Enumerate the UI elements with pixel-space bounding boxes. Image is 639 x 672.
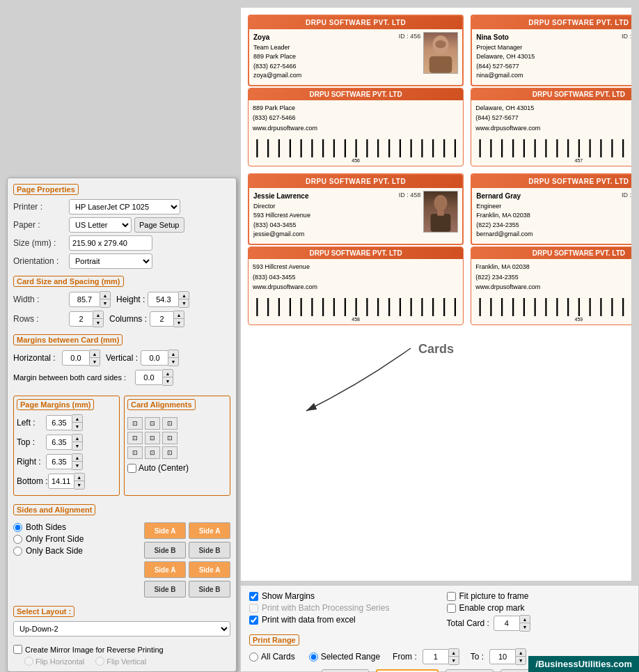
align-bot-left[interactable]: ⊡: [127, 446, 143, 459]
to-input[interactable]: [489, 649, 516, 664]
flip-v-radio[interactable]: [95, 657, 104, 666]
bottom-down[interactable]: ▼: [74, 481, 84, 489]
card-back-body-4: Franklin, MA 02038 (822) 234-2355 www.dr…: [471, 259, 632, 295]
card-back-addr-1: 889 Park Place: [253, 103, 459, 113]
rows-up[interactable]: ▲: [93, 311, 103, 319]
total-card-up[interactable]: ▲: [520, 616, 530, 623]
side-a-btn-2[interactable]: Side A: [189, 522, 230, 539]
orientation-select[interactable]: Portrait: [69, 253, 152, 269]
show-margins-checkbox[interactable]: [249, 592, 258, 601]
side-b-btn-4[interactable]: Side B: [189, 581, 230, 597]
side-b-btn-3[interactable]: Side B: [144, 581, 186, 597]
bottom-margin-input[interactable]: [48, 474, 74, 489]
to-up[interactable]: ▲: [516, 649, 526, 657]
align-top-center[interactable]: ⊡: [145, 417, 160, 430]
margin-both-input[interactable]: [135, 370, 163, 385]
to-down[interactable]: ▼: [516, 657, 526, 664]
height-label: Height :: [116, 295, 145, 304]
left-margin-row: Left : ▲ ▼: [17, 414, 116, 431]
height-input[interactable]: [148, 292, 179, 307]
align-mid-right[interactable]: ⊡: [162, 432, 178, 444]
total-card-down[interactable]: ▼: [520, 623, 530, 631]
margin-both-label: Margin between both card sides :: [13, 373, 135, 382]
back-side-row: Only Back Side: [13, 546, 139, 556]
align-top-right[interactable]: ⊡: [162, 417, 178, 430]
size-input[interactable]: [69, 235, 152, 251]
align-bot-right[interactable]: ⊡: [162, 446, 178, 459]
margin-both-down[interactable]: ▼: [163, 377, 173, 385]
horiz-up[interactable]: ▲: [90, 350, 100, 358]
align-top-left[interactable]: ⊡: [127, 417, 143, 430]
right-margin-input[interactable]: [46, 454, 72, 469]
from-up[interactable]: ▲: [449, 649, 459, 657]
rows-input[interactable]: [69, 311, 93, 327]
print-batch-row: Print with Batch Processing Series: [249, 603, 433, 613]
selected-range-group: Selected Range: [309, 652, 380, 662]
from-input[interactable]: [423, 649, 449, 664]
printer-select[interactable]: HP LaserJet CP 1025: [69, 199, 180, 214]
left-up[interactable]: ▲: [72, 415, 82, 423]
right-down[interactable]: ▼: [72, 462, 82, 469]
vert-up[interactable]: ▲: [168, 350, 178, 358]
all-cards-radio[interactable]: [249, 653, 258, 662]
width-input[interactable]: [69, 292, 100, 307]
total-card-input[interactable]: [494, 616, 520, 631]
left-down[interactable]: ▼: [72, 423, 82, 430]
bottom-up[interactable]: ▲: [74, 474, 84, 481]
paper-select[interactable]: US Letter: [69, 217, 132, 233]
print-button[interactable]: Print: [445, 669, 494, 672]
horiz-input[interactable]: [62, 350, 90, 366]
align-mid-center[interactable]: ⊡: [145, 432, 160, 444]
columns-up[interactable]: ▲: [174, 311, 184, 319]
print-batch-checkbox[interactable]: [249, 604, 258, 613]
width-up[interactable]: ▲: [100, 292, 110, 299]
align-mid-left[interactable]: ⊡: [127, 432, 143, 444]
print-range-label: Print Range: [249, 634, 299, 646]
mirror-label: Create Mirror Image for Reverse Printing: [25, 646, 164, 654]
barcode-num-2: 457: [474, 158, 632, 163]
margin-both-up[interactable]: ▲: [163, 370, 173, 377]
from-down[interactable]: ▼: [449, 657, 459, 664]
side-a-btn-4[interactable]: Side A: [189, 561, 230, 578]
auto-center-checkbox[interactable]: [127, 464, 136, 473]
top-margin-row: Top : ▲ ▼: [17, 434, 116, 451]
preview-button[interactable]: Preview: [376, 669, 438, 672]
card-addr-2: Delaware, OH 43015: [476, 52, 632, 62]
horiz-down[interactable]: ▼: [90, 358, 100, 366]
bottom-top-row: Show Margins Print with Batch Processing…: [249, 591, 630, 632]
mirror-checkbox[interactable]: [13, 645, 22, 654]
height-up[interactable]: ▲: [179, 292, 189, 299]
columns-down[interactable]: ▼: [174, 319, 184, 327]
enable-crop-checkbox[interactable]: [447, 604, 456, 613]
columns-input[interactable]: [150, 311, 174, 327]
all-cards-group: All Cards: [249, 652, 295, 662]
top-margin-input[interactable]: [46, 435, 72, 450]
right-up[interactable]: ▲: [72, 454, 82, 462]
side-b-btn-2[interactable]: Side B: [189, 542, 230, 558]
card-id-2: ID : 457: [622, 32, 632, 42]
both-sides-radio[interactable]: [13, 523, 22, 532]
rows-down[interactable]: ▼: [93, 319, 103, 327]
left-margin-input[interactable]: [46, 415, 72, 430]
vert-down[interactable]: ▼: [168, 358, 178, 366]
fit-picture-checkbox[interactable]: [447, 592, 456, 601]
top-down[interactable]: ▼: [72, 442, 82, 450]
selected-range-radio[interactable]: [309, 653, 318, 662]
height-down[interactable]: ▼: [179, 299, 189, 307]
back-side-radio[interactable]: [13, 547, 22, 556]
width-down[interactable]: ▼: [100, 299, 110, 307]
top-up[interactable]: ▲: [72, 435, 82, 442]
side-b-btn-1[interactable]: Side B: [144, 542, 186, 558]
front-side-radio[interactable]: [13, 535, 22, 544]
print-excel-checkbox[interactable]: [249, 616, 258, 625]
from-spinner: ▲ ▼: [423, 648, 459, 665]
card-back-phone-3: (833) 043-3455: [253, 272, 459, 282]
side-a-btn-1[interactable]: Side A: [144, 522, 186, 539]
vert-input[interactable]: [141, 350, 168, 366]
page-setup-button[interactable]: Page Setup: [134, 217, 184, 233]
side-a-btn-3[interactable]: Side A: [144, 561, 186, 578]
align-bot-center[interactable]: ⊡: [145, 446, 160, 459]
help-button[interactable]: Help: [322, 669, 369, 672]
layout-select[interactable]: Up-Down-2: [13, 621, 230, 636]
flip-h-radio[interactable]: [24, 657, 33, 666]
